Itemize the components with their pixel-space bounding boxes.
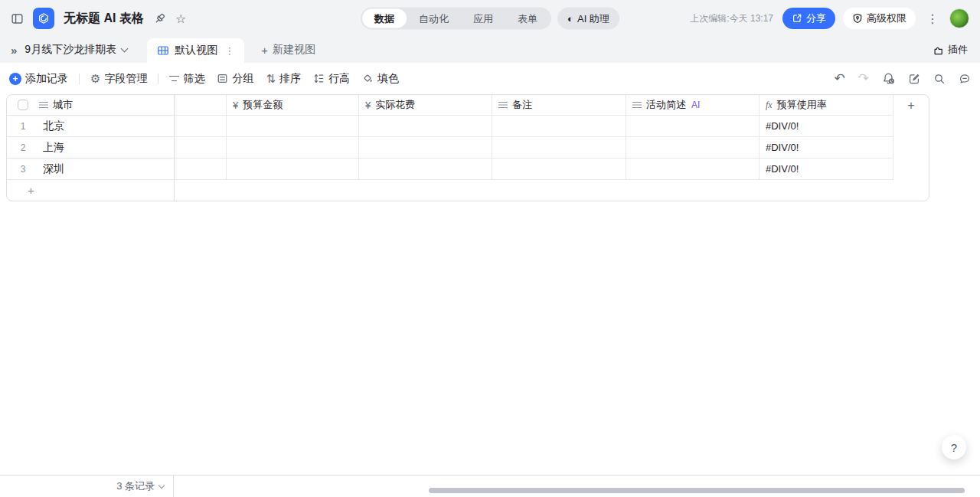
- filter-button[interactable]: 筛选: [169, 72, 204, 86]
- column-header-partial[interactable]: [175, 95, 227, 116]
- gear-icon: ⚙: [90, 72, 100, 86]
- data-grid: 城市 ¥ 预算金额 ¥ 实际花费 备注 活动简述 AI fx 预算使用率 + 1: [6, 94, 929, 201]
- cell-city[interactable]: 2 上海: [7, 137, 175, 159]
- cell-city-value: 深圳: [43, 162, 64, 176]
- ai-badge: AI: [691, 100, 700, 110]
- document-title[interactable]: 无标题 AI 表格: [64, 11, 144, 27]
- tab-automation[interactable]: 自动化: [407, 9, 461, 28]
- column-label-usage: 预算使用率: [777, 98, 827, 112]
- cell-partial[interactable]: [175, 116, 227, 137]
- cell-summary[interactable]: [626, 137, 760, 159]
- ai-assistant-button[interactable]: ◐ AI 助理: [557, 8, 619, 30]
- sidebar-toggle-icon[interactable]: [11, 12, 24, 25]
- sort-arrows-icon: ⇅: [266, 72, 276, 86]
- tab-apps[interactable]: 应用: [461, 9, 505, 28]
- new-view-button[interactable]: + 新建视图: [261, 43, 315, 57]
- cell-budget[interactable]: [227, 137, 359, 159]
- fill-color-label: 填色: [377, 72, 399, 86]
- search-icon[interactable]: [933, 73, 946, 85]
- record-count-label: 3 条记录: [116, 479, 155, 493]
- column-label-note: 备注: [512, 98, 532, 112]
- view-options-icon[interactable]: ⋮: [224, 45, 234, 57]
- table-row: 1 北京 #DIV/0!: [7, 116, 929, 137]
- sort-button[interactable]: ⇅ 排序: [266, 72, 301, 86]
- column-header-note[interactable]: 备注: [492, 95, 626, 116]
- top-header: 无标题 AI 表格 ☆ 数据 自动化 应用 表单 ◐ AI 助理 上次编辑:今天…: [0, 0, 980, 37]
- cell-summary[interactable]: [626, 159, 760, 180]
- favorite-star-icon[interactable]: ☆: [175, 11, 186, 26]
- cell-actual[interactable]: [359, 159, 492, 180]
- tab-forms[interactable]: 表单: [505, 9, 550, 28]
- more-menu-icon[interactable]: ⋮: [923, 11, 942, 26]
- cell-city-value: 北京: [43, 119, 64, 133]
- comment-icon[interactable]: [959, 73, 971, 85]
- cell-partial[interactable]: [175, 159, 227, 180]
- cell-summary[interactable]: [626, 116, 760, 137]
- cell-partial[interactable]: [175, 137, 227, 159]
- cell-note[interactable]: [492, 159, 626, 180]
- plugins-label: 插件: [948, 43, 968, 57]
- column-header-actual[interactable]: ¥ 实际花费: [359, 95, 492, 116]
- cell-usage[interactable]: #DIV/0!: [760, 159, 893, 180]
- add-field-button[interactable]: +: [893, 95, 929, 116]
- cell-city[interactable]: 3 深圳: [7, 159, 175, 180]
- row-height-button[interactable]: 行高: [313, 72, 350, 86]
- cell-usage-value: #DIV/0!: [766, 120, 799, 132]
- field-manage-button[interactable]: ⚙ 字段管理: [90, 72, 147, 86]
- cell-budget[interactable]: [227, 116, 359, 137]
- cell-usage[interactable]: #DIV/0!: [760, 137, 893, 159]
- status-bar: 3 条记录: [0, 475, 980, 497]
- toolbar-divider: [158, 74, 158, 84]
- column-header-budget[interactable]: ¥ 预算金额: [227, 95, 359, 116]
- table-name-label: 9月线下沙龙排期表: [24, 43, 116, 57]
- fill-color-button[interactable]: 填色: [362, 72, 399, 86]
- horizontal-scrollbar-thumb[interactable]: [429, 488, 965, 493]
- last-edited-text: 上次编辑:今天 13:17: [690, 12, 773, 25]
- chevron-down-icon: [158, 482, 165, 488]
- share-button[interactable]: 分享: [782, 8, 835, 29]
- undo-icon[interactable]: ↶: [835, 70, 845, 87]
- active-view-tab[interactable]: 默认视图 ⋮: [147, 38, 244, 63]
- column-header-city[interactable]: 城市: [7, 95, 175, 116]
- expand-sidebar-icon[interactable]: »: [11, 44, 17, 57]
- cell-usage[interactable]: #DIV/0!: [760, 116, 893, 137]
- cell-budget[interactable]: [227, 159, 359, 180]
- cell-note[interactable]: [492, 137, 626, 159]
- plugins-button[interactable]: 插件: [933, 43, 968, 57]
- column-header-summary[interactable]: 活动简述 AI: [626, 95, 760, 116]
- ai-circle-icon: ◐: [567, 13, 573, 25]
- select-all-checkbox[interactable]: [18, 100, 28, 110]
- toolbar-right-icons: ↶ ↷: [835, 70, 972, 87]
- cell-empty: [893, 137, 929, 159]
- app-logo-icon: [33, 8, 54, 29]
- compose-icon[interactable]: [908, 73, 920, 85]
- row-height-label: 行高: [328, 72, 350, 86]
- cell-actual[interactable]: [359, 116, 492, 137]
- redo-icon[interactable]: ↷: [858, 70, 869, 87]
- user-avatar[interactable]: [949, 8, 969, 28]
- notification-bell-icon[interactable]: [882, 72, 895, 85]
- cell-note[interactable]: [492, 116, 626, 137]
- plus-icon: +: [261, 44, 268, 57]
- grid-header-row: 城市 ¥ 预算金额 ¥ 实际花费 备注 活动简述 AI fx 预算使用率 +: [7, 95, 929, 116]
- cell-actual[interactable]: [359, 137, 492, 159]
- record-count-dropdown[interactable]: 3 条记录: [0, 476, 174, 497]
- group-button[interactable]: 分组: [217, 72, 253, 86]
- shield-lock-icon: [852, 13, 863, 24]
- share-icon: [792, 13, 802, 24]
- cell-usage-value: #DIV/0!: [766, 163, 799, 175]
- pin-icon[interactable]: [153, 12, 166, 25]
- text-field-icon: [632, 102, 642, 103]
- advanced-permission-button[interactable]: 高级权限: [843, 8, 916, 29]
- chevron-down-icon: [121, 44, 129, 52]
- add-row-button[interactable]: +: [7, 180, 175, 201]
- cell-city[interactable]: 1 北京: [7, 116, 175, 137]
- add-record-button[interactable]: + 添加记录: [9, 72, 68, 86]
- view-bar: » 9月线下沙龙排期表 默认视图 ⋮ + 新建视图 插件: [0, 37, 980, 63]
- column-header-usage[interactable]: fx 预算使用率: [760, 95, 893, 116]
- status-bar-spacer: [174, 476, 980, 497]
- help-button[interactable]: ?: [942, 435, 966, 459]
- row-number: 1: [18, 121, 28, 132]
- table-name-dropdown[interactable]: 9月线下沙龙排期表: [24, 43, 127, 57]
- tab-data[interactable]: 数据: [362, 9, 407, 28]
